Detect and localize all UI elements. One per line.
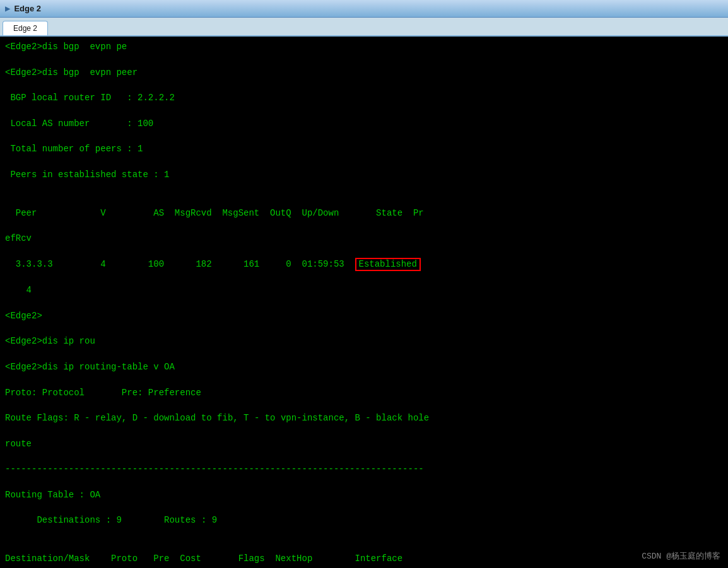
line-15: Proto: Protocol Pre: Preference bbox=[5, 386, 723, 399]
line-3: BGP local router ID : 2.2.2.2 bbox=[5, 91, 723, 104]
destinations-label: Destinations bbox=[37, 515, 100, 525]
tab-bar: Edge 2 bbox=[0, 18, 728, 37]
terminal-content: <Edge2>dis bgp evpn pe <Edge2>dis bgp ev… bbox=[5, 40, 723, 568]
line-1: <Edge2>dis bgp evpn pe bbox=[5, 40, 723, 53]
title-bar-icon: ▶ bbox=[5, 3, 10, 14]
watermark: CSDN @杨玉庭的博客 bbox=[642, 550, 720, 562]
line-13: <Edge2>dis ip rou bbox=[5, 335, 723, 347]
line-11: 4 bbox=[5, 284, 723, 296]
line-6: Peers in established state : 1 bbox=[5, 168, 723, 181]
line-7 bbox=[5, 194, 723, 207]
title-bar-text: Edge 2 bbox=[14, 4, 41, 13]
line-20: Destinations : 9 Routes : 9 bbox=[5, 514, 723, 526]
line-16: Route Flags: R - relay, D - download to … bbox=[5, 412, 723, 424]
line-8: Peer V AS MsgRcvd MsgSent OutQ Up/Down S… bbox=[5, 207, 723, 219]
line-10: 3.3.3.3 4 100 182 161 0 01:59:53 Establi… bbox=[5, 258, 723, 271]
line-18: ----------------------------------------… bbox=[5, 463, 723, 475]
line-2: <Edge2>dis bgp evpn peer bbox=[5, 66, 723, 79]
to-keyword: to bbox=[201, 413, 212, 423]
title-bar: ▶ Edge 2 bbox=[0, 0, 728, 18]
terminal: <Edge2>dis bgp evpn pe <Edge2>dis bgp ev… bbox=[0, 37, 728, 568]
line-4: Local AS number : 100 bbox=[5, 117, 723, 130]
tab-edge2[interactable]: Edge 2 bbox=[3, 21, 48, 35]
established-badge: Established bbox=[355, 258, 421, 271]
line-14: <Edge2>dis ip routing-table v OA bbox=[5, 361, 723, 373]
line-19: Routing Table : OA bbox=[5, 489, 723, 501]
line-17: route bbox=[5, 438, 723, 450]
line-5: Total number of peers : 1 bbox=[5, 142, 723, 155]
line-22: Destination/Mask Proto Pre Cost Flags Ne… bbox=[5, 552, 723, 565]
line-9: efRcv bbox=[5, 232, 723, 245]
line-21 bbox=[5, 540, 723, 552]
line-12: <Edge2> bbox=[5, 310, 723, 322]
